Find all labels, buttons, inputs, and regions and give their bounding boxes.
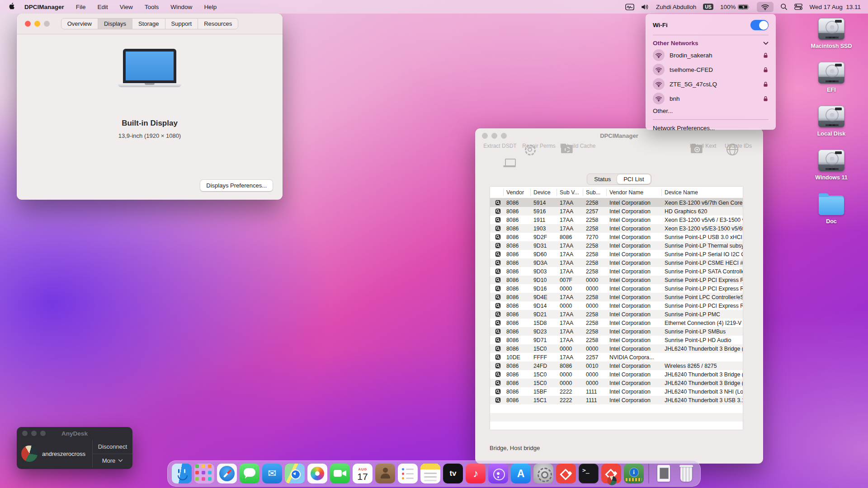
table-row[interactable]: 8086 9D60 17AA 2258 Intel Corporation Su… — [490, 250, 743, 258]
desktop-icon-macintosh-ssd[interactable]: Macintosh SSD — [807, 18, 856, 49]
pci-column-header[interactable]: Vendor Name — [607, 189, 662, 196]
minimize-button[interactable] — [31, 431, 37, 436]
table-row[interactable]: 8086 9D23 17AA 2258 Intel Corporation Su… — [490, 327, 743, 336]
menu-window[interactable]: Window — [170, 4, 192, 10]
row-inspect-icon[interactable] — [490, 380, 504, 386]
dock-item-contacts[interactable] — [375, 464, 395, 483]
row-inspect-icon[interactable] — [490, 200, 504, 206]
displays-tab[interactable]: Storage — [132, 19, 165, 29]
menu-clock[interactable]: Wed 17 Aug 13.11 — [809, 4, 861, 10]
dpci-tab[interactable]: Status — [588, 174, 617, 184]
row-inspect-icon[interactable] — [490, 251, 504, 257]
wifi-network-item[interactable]: ZTE_5G_47csLQ — [649, 77, 772, 91]
dock-item-terminal[interactable]: >_ — [579, 464, 599, 483]
row-inspect-icon[interactable] — [490, 260, 504, 266]
row-inspect-icon[interactable] — [490, 268, 504, 274]
table-row[interactable]: 8086 9D3A 17AA 2258 Intel Corporation Su… — [490, 258, 743, 267]
dock-item-photos[interactable] — [307, 464, 327, 483]
desktop-icon-windows-11[interactable]: Windows 11 — [807, 150, 856, 181]
dpci-tab[interactable]: PCI List — [617, 174, 651, 184]
desktop-icon-efi[interactable]: EFI — [807, 62, 856, 93]
table-row[interactable]: 8086 24FD 8086 0010 Intel Corporation Wi… — [490, 361, 743, 370]
pci-column-header[interactable]: Sub V... — [557, 189, 583, 196]
input-source-badge[interactable]: US — [703, 4, 713, 10]
dock-item-facetime[interactable] — [330, 464, 350, 483]
table-row[interactable]: 8086 15BF 2222 1111 Intel Corporation JH… — [490, 387, 743, 396]
row-inspect-icon[interactable] — [490, 311, 504, 317]
row-inspect-icon[interactable] — [490, 320, 504, 326]
row-inspect-icon[interactable] — [490, 389, 504, 394]
spotlight-search-icon[interactable] — [780, 3, 788, 10]
dock-item-maps[interactable] — [285, 464, 305, 483]
menu-username[interactable]: Zuhdi Abdulloh — [656, 4, 696, 10]
volume-icon[interactable] — [641, 4, 649, 10]
table-row[interactable]: 8086 15C0 0000 0000 Intel Corporation JH… — [490, 379, 743, 387]
pci-column-header[interactable]: Device Name — [662, 189, 743, 196]
row-inspect-icon[interactable] — [490, 354, 504, 360]
dock-item-document[interactable] — [654, 464, 674, 483]
table-row[interactable]: 8086 1903 17AA 2258 Intel Corporation Xe… — [490, 224, 743, 233]
table-row[interactable]: 8086 1911 17AA 2258 Intel Corporation Xe… — [490, 216, 743, 224]
table-row[interactable]: 8086 9D14 0000 0000 Intel Corporation Su… — [490, 301, 743, 310]
displays-tab[interactable]: Resources — [198, 19, 238, 29]
row-inspect-icon[interactable] — [490, 208, 504, 214]
zoom-button[interactable] — [44, 21, 50, 27]
menu-tools[interactable]: Tools — [145, 4, 159, 10]
row-inspect-icon[interactable] — [490, 363, 504, 369]
table-row[interactable]: 8086 15C0 0000 0000 Intel Corporation JH… — [490, 344, 743, 353]
Install Kext[interactable]: Install Kext — [687, 143, 719, 149]
dock-item-mail[interactable]: ✉ — [262, 464, 282, 483]
network-preferences-item[interactable]: Network Preferences... — [649, 123, 772, 133]
table-row[interactable]: 8086 9D16 0000 0000 Intel Corporation Su… — [490, 284, 743, 293]
displays-tab[interactable]: Displays — [98, 19, 132, 29]
row-inspect-icon[interactable] — [490, 234, 504, 240]
menu-view[interactable]: View — [120, 4, 133, 10]
menu-app-name[interactable]: DPCIManager — [24, 4, 64, 10]
row-inspect-icon[interactable] — [490, 328, 504, 334]
row-inspect-icon[interactable] — [490, 346, 504, 352]
control-center-icon[interactable] — [794, 4, 802, 10]
wifi-menu-icon[interactable] — [757, 2, 774, 12]
wifi-network-item[interactable]: bnh — [649, 91, 772, 106]
displays-preferences-button[interactable]: Displays Preferences... — [200, 180, 273, 191]
disconnect-button[interactable]: Disconnect — [93, 440, 132, 454]
Extract DSDT[interactable]: Extract DSDT — [481, 143, 519, 149]
table-row[interactable]: 8086 9D21 17AA 2258 Intel Corporation Su… — [490, 310, 743, 319]
wifi-other-item[interactable]: Other... — [649, 106, 772, 116]
dock-item-calendar[interactable]: AUG 17 — [353, 464, 373, 483]
dock-item-apple-tv[interactable]: tv — [443, 464, 463, 483]
row-inspect-icon[interactable] — [490, 397, 504, 403]
pci-column-header[interactable] — [490, 189, 504, 196]
wifi-network-item[interactable]: Brodin_sakerah — [649, 48, 772, 62]
dock-item-dpcimanager[interactable]: i — [624, 464, 644, 483]
menu-help[interactable]: Help — [204, 4, 217, 10]
table-row[interactable]: 8086 15D8 17AA 2258 Intel Corporation Et… — [490, 319, 743, 327]
apple-menu-icon[interactable] — [9, 2, 15, 11]
table-row[interactable]: 8086 5914 17AA 2258 Intel Corporation Xe… — [490, 198, 743, 207]
minimize-button[interactable] — [491, 133, 497, 139]
table-row[interactable]: 8086 9D2F 8086 7270 Intel Corporation Su… — [490, 233, 743, 241]
dock-item-messages[interactable] — [240, 464, 259, 483]
close-button[interactable] — [25, 21, 31, 27]
row-inspect-icon[interactable] — [490, 277, 504, 283]
close-button[interactable] — [482, 133, 488, 139]
zoom-button[interactable] — [501, 133, 507, 139]
menu-file[interactable]: File — [76, 4, 86, 10]
row-inspect-icon[interactable] — [490, 294, 504, 300]
pci-column-header[interactable]: Device — [531, 189, 557, 196]
battery-indicator[interactable]: 100% — [720, 4, 750, 10]
dock-item-podcasts[interactable] — [488, 464, 508, 483]
dock-divider[interactable] — [646, 464, 651, 483]
dock-item-notes[interactable] — [420, 464, 440, 483]
pci-column-header[interactable]: Sub... — [583, 189, 607, 196]
dock-item-app-store[interactable]: A — [511, 464, 531, 483]
table-row[interactable]: 8086 9D31 17AA 2258 Intel Corporation Su… — [490, 241, 743, 250]
table-row[interactable]: 8086 5916 17AA 2257 Intel Corporation HD… — [490, 207, 743, 216]
dock-item-reminders[interactable] — [398, 464, 418, 483]
pci-column-header[interactable]: Vendor — [504, 189, 531, 196]
dock-item-anydesk[interactable] — [556, 464, 576, 483]
chevron-down-icon[interactable] — [763, 42, 769, 45]
table-row[interactable]: 8086 15C0 0000 0000 Intel Corporation JH… — [490, 370, 743, 379]
displays-tab[interactable]: Support — [165, 19, 198, 29]
close-button[interactable] — [22, 431, 28, 436]
